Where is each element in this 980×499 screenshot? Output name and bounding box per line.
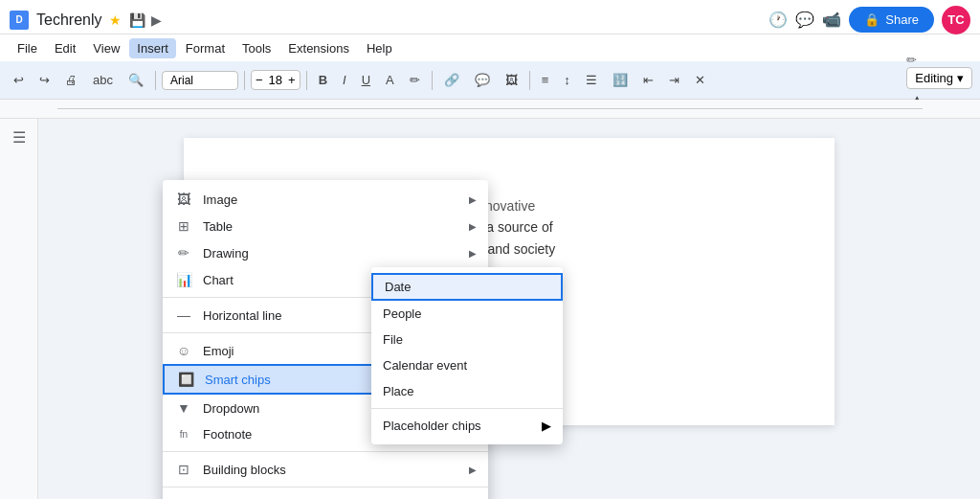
font-size-decrease[interactable]: − [256,73,263,87]
highlight-button[interactable]: ✏ [404,69,426,91]
menu-entry-calendar-event[interactable]: Calendar event [371,352,563,378]
toolbar: ↩ ↪ 🖨 abc 🔍 Arial − 18 + B I U A ✏ 🔗 💬 🖼… [0,61,980,100]
text-color-button[interactable]: A [380,69,400,91]
menu-view[interactable]: View [85,38,127,58]
title-bar: D Techrenly ★ 💾 ▶ 🕐 💬 📹 🔒 Share TC [0,0,980,34]
share-button[interactable]: 🔒 Share [849,7,934,33]
editing-label: Editing [915,71,953,85]
menu-label-table: Table [203,219,459,234]
smart-chips-divider [371,408,563,409]
chart-menu-icon: 📊 [174,272,193,287]
indent-decrease-button[interactable]: ⇤ [637,69,659,91]
menu-label-placeholder-chips: Placeholder chips [383,419,481,433]
smart-chips-menu-icon: 🔲 [176,372,195,387]
toolbar-sep-5 [529,71,530,90]
menu-help[interactable]: Help [359,38,400,58]
arrow-image: ▶ [469,194,477,205]
footnote-menu-icon: fn [174,429,193,440]
menu-file[interactable]: File [10,38,45,58]
toolbar-sep-1 [155,71,156,90]
clear-format-button[interactable]: ✕ [689,69,711,91]
menu-label-file: File [383,332,551,347]
zoom-button[interactable]: 🔍 [122,69,149,91]
avatar: TC [942,6,970,34]
history-icon[interactable]: 🕐 [768,11,788,29]
print-button[interactable]: 🖨 [59,69,83,91]
toolbar-sep-4 [432,71,433,90]
menu-entry-drawing[interactable]: ✏ Drawing ▶ [163,239,488,266]
menu-entry-special-characters[interactable]: Ω Special characters [163,491,488,499]
video-icon[interactable]: 📹 [822,11,841,29]
title-bar-left: D Techrenly ★ 💾 ▶ [10,11,162,30]
link-button[interactable]: 🔗 [438,69,465,91]
smart-chips-submenu: Date People File Calendar event Place Pl… [371,267,563,444]
menu-entry-date[interactable]: Date [371,273,563,301]
app-icon: D [10,11,29,30]
menu-entry-people[interactable]: People [371,301,563,327]
ruler-line [57,108,923,109]
divider-4 [163,487,488,488]
menu-tools[interactable]: Tools [234,38,278,58]
chevron-down-icon: ▾ [957,71,964,85]
arrow-placeholder-chips: ▶ [542,419,551,433]
menu-label-image: Image [203,193,459,207]
arrow-drawing: ▶ [469,248,477,259]
dropdown-menu-icon: ▼ [174,400,193,416]
ruler [0,100,980,119]
menu-entry-placeholder-chips[interactable]: Placeholder chips ▶ [371,413,563,439]
spell-check-button[interactable]: abc [87,69,119,91]
menu-bar: File Edit View Insert Format Tools Exten… [0,34,980,61]
edit-icon: ✏ [906,53,917,67]
menu-insert[interactable]: Insert [129,38,176,58]
building-blocks-icon: ⊡ [174,462,193,477]
table-menu-icon: ⊞ [174,218,193,234]
menu-edit[interactable]: Edit [47,38,83,58]
menu-entry-image[interactable]: 🖼 Image ▶ [163,186,488,213]
menu-label-drawing: Drawing [203,246,459,261]
menu-format[interactable]: Format [178,38,233,58]
arrow-table: ▶ [469,221,477,232]
menu-entry-place[interactable]: Place [371,378,563,404]
underline-button[interactable]: U [356,69,376,91]
bold-button[interactable]: B [313,69,333,91]
indent-increase-button[interactable]: ⇥ [663,69,685,91]
drawing-menu-icon: ✏ [174,245,193,261]
emoji-menu-icon: ☺ [174,343,193,358]
font-size-increase[interactable]: + [288,73,296,87]
toolbar-sep-2 [244,71,245,90]
list-button[interactable]: ☰ [580,69,603,91]
editing-mode-button[interactable]: Editing ▾ [906,67,972,89]
cloud-icon: 💾 [129,12,145,28]
numbered-list-button[interactable]: 🔢 [607,69,634,91]
menu-label-people: People [383,306,551,321]
hamburger-icon[interactable]: ☰ [12,128,26,147]
toolbar-sep-3 [306,71,307,90]
font-name-select[interactable]: Arial [162,71,238,90]
chat-icon[interactable]: 💬 [795,11,814,29]
present-icon: ▶ [151,12,162,28]
menu-label-place: Place [383,384,551,398]
title-icons: 💾 ▶ [129,12,162,28]
share-icon: 🔒 [864,12,880,27]
main-area: ☰ delivering valuable, accessible, and i… [0,119,980,499]
font-size-control[interactable]: − 18 + [251,70,301,90]
image-button[interactable]: 🖼 [500,69,523,91]
doc-title: Techrenly [36,11,101,29]
italic-button[interactable]: I [337,69,352,91]
menu-entry-building-blocks[interactable]: ⊡ Building blocks ▶ [163,456,488,483]
redo-button[interactable]: ↪ [33,69,56,91]
menu-entry-file[interactable]: File [371,327,563,352]
menu-label-calendar-event: Calendar event [383,358,551,373]
sidebar: ☰ [0,119,38,499]
divider-3 [163,451,488,452]
menu-entry-table[interactable]: ⊞ Table ▶ [163,213,488,239]
menu-extensions[interactable]: Extensions [280,38,357,58]
arrow-building-blocks: ▶ [469,465,477,475]
comment-button[interactable]: 💬 [469,69,496,91]
horizontal-line-icon: — [174,307,193,323]
align-button[interactable]: ≡ [536,69,555,91]
star-icon[interactable]: ★ [109,12,122,28]
image-menu-icon: 🖼 [174,192,193,207]
undo-button[interactable]: ↩ [8,69,30,91]
line-spacing-button[interactable]: ↕ [558,69,576,91]
